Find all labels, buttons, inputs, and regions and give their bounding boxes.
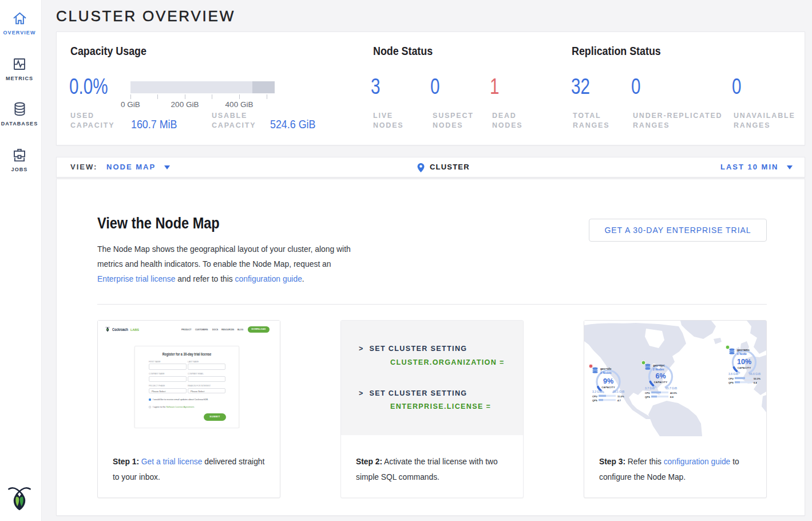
svg-text:2 Nodes: 2 Nodes: [600, 371, 612, 374]
svg-text:4.7: 4.7: [617, 399, 621, 402]
svg-text:35.1 GiB: 35.1 GiB: [613, 390, 624, 393]
svg-text:CPU: CPU: [728, 377, 734, 380]
svg-text:QPS: QPS: [592, 399, 597, 402]
svg-text:3.7 GiB: 3.7 GiB: [645, 386, 655, 390]
svg-text:2 Nodes: 2 Nodes: [653, 368, 664, 371]
svg-text:42.5%: 42.5%: [670, 392, 677, 394]
svg-text:CPU: CPU: [592, 395, 597, 398]
svg-text:CPU: CPU: [645, 392, 650, 394]
svg-text:geo=ams: geo=ams: [737, 348, 750, 352]
svg-text:11.0%: 11.0%: [617, 395, 624, 398]
svg-text:CAPACITY: CAPACITY: [738, 366, 751, 369]
svg-text:QPS: QPS: [728, 381, 734, 384]
svg-text:3.6 GiB: 3.6 GiB: [728, 372, 739, 376]
svg-text:1 Node: 1 Node: [737, 352, 747, 356]
svg-text:geo=nyc: geo=nyc: [653, 364, 665, 367]
svg-text:10%: 10%: [737, 358, 751, 366]
svg-text:8.8: 8.8: [670, 396, 674, 398]
svg-text:6%: 6%: [655, 372, 666, 380]
svg-text:CAPACITY: CAPACITY: [601, 386, 615, 389]
svg-text:CAPACITY: CAPACITY: [654, 381, 668, 384]
svg-text:53.3%: 53.3%: [754, 377, 760, 380]
svg-text:geo=sfo: geo=sfo: [600, 367, 611, 370]
svg-text:9%: 9%: [603, 377, 613, 385]
svg-text:56.6 GiB: 56.6 GiB: [749, 372, 760, 376]
svg-text:65.7 GiB: 65.7 GiB: [666, 386, 677, 390]
svg-text:QPS: QPS: [645, 396, 650, 398]
svg-text:6.4: 6.4: [754, 381, 757, 384]
svg-text:3.2 GiB: 3.2 GiB: [592, 390, 603, 393]
